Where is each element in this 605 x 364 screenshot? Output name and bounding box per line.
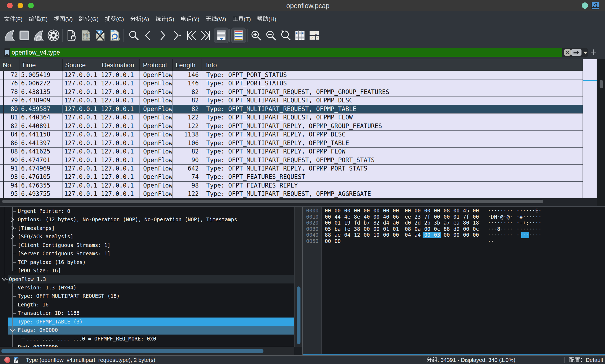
- detail-row-9[interactable]: Version: 1.3 (0x04): [0, 283, 294, 292]
- packet-row-80[interactable]: 806.439587127.0.0.1127.0.0.1OpenFlow82Ty…: [0, 105, 583, 113]
- expert-info-button[interactable]: [4, 357, 10, 363]
- last-packet-button[interactable]: [199, 28, 213, 43]
- detail-row-12[interactable]: Transaction ID: 1188: [0, 309, 294, 317]
- packet-row-84[interactable]: 846.441158127.0.0.1127.0.0.1OpenFlow1138…: [0, 130, 583, 139]
- detail-row-3[interactable]: [SEQ/ACK analysis]: [0, 232, 294, 241]
- menu-item-4[interactable]: (C): [102, 14, 127, 25]
- detail-vertical-scrollbar[interactable]: [294, 207, 302, 347]
- menu-item-8[interactable]: (W): [202, 14, 229, 25]
- next-packet-button[interactable]: [155, 28, 170, 43]
- detail-hscroll-thumb[interactable]: [1, 349, 263, 353]
- colorize-button[interactable]: [231, 28, 246, 43]
- hex-row-0010[interactable]: 001000444e8e40004006ee237f0000017f00·DN·…: [303, 214, 605, 220]
- open-file-button[interactable]: [64, 28, 79, 43]
- save-file-button[interactable]: [79, 28, 93, 43]
- stop-capture-button[interactable]: [17, 28, 32, 43]
- packet-bytes-pane[interactable]: 000000000000000000000000000008004500····…: [303, 207, 605, 355]
- capture-options-button[interactable]: [46, 28, 61, 43]
- packet-row-76[interactable]: 766.006272127.0.0.1127.0.0.1OpenFlow146T…: [0, 79, 583, 88]
- hex-row-0050[interactable]: 00500000··: [303, 238, 605, 244]
- detail-row-2[interactable]: [Timestamps]: [0, 224, 294, 232]
- detail-row-8[interactable]: OpenFlow 1.3: [0, 275, 294, 283]
- menu-item-2[interactable]: (V): [51, 14, 76, 25]
- packet-row-82[interactable]: 826.440891127.0.0.1127.0.0.1OpenFlow122T…: [0, 122, 583, 130]
- packet-row-95[interactable]: 956.493755127.0.0.1127.0.0.1OpenFlow122T…: [0, 190, 583, 198]
- column-header-src[interactable]: Source: [63, 59, 99, 71]
- detail-row-10[interactable]: Type: OFPT_MULTIPART_REQUEST (18): [0, 292, 294, 300]
- packet-list-vertical-scrollbar[interactable]: [597, 59, 605, 207]
- detail-row-5[interactable]: [Server Contiguous Streams: 1]: [0, 249, 294, 258]
- clear-filter-button[interactable]: [564, 49, 571, 56]
- column-header-proto[interactable]: Protocol: [140, 59, 173, 71]
- packet-row-81[interactable]: 816.440364127.0.0.1127.0.0.1OpenFlow122T…: [0, 113, 583, 122]
- menu-item-9[interactable]: (T): [229, 14, 254, 25]
- restart-capture-button[interactable]: [31, 28, 46, 43]
- packet-row-93[interactable]: 936.476105127.0.0.1127.0.0.1OpenFlow74Ty…: [0, 173, 583, 181]
- packet-row-72[interactable]: 725.005419127.0.0.1127.0.0.1OpenFlow146T…: [0, 71, 583, 79]
- close-file-button[interactable]: [93, 28, 108, 43]
- detail-row-1[interactable]: Options: (12 bytes), No-Operation (NOP),…: [0, 215, 294, 224]
- zoom-in-button[interactable]: [249, 28, 263, 43]
- detail-row-15[interactable]: .... .... .... ...0 = OFPMPF_REQ_MORE: 0…: [0, 335, 294, 343]
- zoom-out-button[interactable]: [264, 28, 278, 43]
- chevron-down-icon[interactable]: [9, 327, 15, 333]
- zoom-reset-button[interactable]: [278, 28, 293, 43]
- menu-item-3[interactable]: (G): [76, 14, 102, 25]
- layout-123-button[interactable]: [307, 28, 322, 43]
- detail-row-16[interactable]: Pad: 00000000: [0, 343, 294, 347]
- find-packet-button[interactable]: [126, 28, 141, 43]
- detail-row-6[interactable]: TCP payload (16 bytes): [0, 258, 294, 266]
- filter-valid-field[interactable]: openflow_v4.type: [10, 48, 562, 57]
- packet-row-79[interactable]: 796.438909127.0.0.1127.0.0.1OpenFlow82Ty…: [0, 96, 583, 105]
- packet-list-vscroll-thumb[interactable]: [600, 80, 603, 88]
- packet-row-90[interactable]: 906.474701127.0.0.1127.0.0.1OpenFlow90Ty…: [0, 156, 583, 164]
- menu-item-6[interactable]: (S): [152, 14, 177, 25]
- menu-item-1[interactable]: (E): [26, 14, 51, 25]
- titlebar[interactable]: openflow.pcap: [0, 0, 605, 11]
- first-packet-button[interactable]: [184, 28, 198, 43]
- filter-bookmark-button[interactable]: [4, 48, 10, 57]
- reload-file-button[interactable]: [107, 28, 122, 43]
- status-profile[interactable]: Default: [569, 356, 603, 364]
- packet-row-91[interactable]: 916.474969127.0.0.1127.0.0.1OpenFlow642T…: [0, 164, 583, 173]
- hex-row-0020[interactable]: 0020000119fdb782d4a0d02d2b3ba7ea8018····…: [303, 220, 605, 226]
- hex-row-0040[interactable]: 004088ae04120010000004a4000300000000····…: [303, 232, 605, 238]
- column-header-time[interactable]: Time: [19, 59, 63, 71]
- menu-item-7[interactable]: (Y): [177, 14, 202, 25]
- packet-row-86[interactable]: 866.441397127.0.0.1127.0.0.1OpenFlow106T…: [0, 139, 583, 147]
- hex-row-0000[interactable]: 000000000000000000000000000008004500····…: [303, 208, 605, 214]
- resize-columns-button[interactable]: [293, 28, 307, 43]
- packet-list-scroll-minimap[interactable]: [583, 59, 597, 204]
- apply-filter-button[interactable]: [571, 49, 581, 56]
- capture-comment-icon[interactable]: [14, 357, 20, 363]
- detail-row-14[interactable]: Flags: 0x0000: [0, 326, 294, 334]
- hex-row-0030[interactable]: 003005bafe3800000101080a000c88d9000c···8…: [303, 226, 605, 232]
- chevron-right-icon[interactable]: [9, 217, 15, 223]
- detail-row-7[interactable]: [PDU Size: 16]: [0, 266, 294, 275]
- start-capture-button[interactable]: [2, 28, 17, 43]
- detail-row-0[interactable]: Urgent Pointer: 0: [0, 207, 294, 215]
- packet-row-88[interactable]: 886.441625127.0.0.1127.0.0.1OpenFlow82Ty…: [0, 147, 583, 156]
- filter-dropdown-caret[interactable]: [583, 52, 587, 54]
- detail-row-13[interactable]: Type: OFPMP_TABLE (3): [0, 318, 294, 326]
- menu-item-5[interactable]: (A): [127, 14, 152, 25]
- auto-scroll-button[interactable]: [214, 28, 229, 43]
- packet-row-78[interactable]: 786.438135127.0.0.1127.0.0.1OpenFlow82Ty…: [0, 88, 583, 96]
- add-filter-button[interactable]: [590, 49, 597, 55]
- packet-list-header[interactable]: No.TimeSourceDestinationProtocolLengthIn…: [0, 59, 583, 71]
- packet-row-94[interactable]: 946.476355127.0.0.1127.0.0.1OpenFlow98Ty…: [0, 181, 583, 190]
- go-to-packet-button[interactable]: [169, 28, 184, 43]
- previous-packet-button[interactable]: [141, 28, 155, 43]
- chevron-right-icon[interactable]: [9, 225, 15, 231]
- column-header-dst[interactable]: Destination: [99, 59, 140, 71]
- display-filter-input[interactable]: openflow_v4.type: [4, 48, 588, 57]
- chevron-down-icon[interactable]: [1, 276, 7, 282]
- menu-item-0[interactable]: (F): [1, 14, 26, 25]
- packet-list-horizontal-scrollbar[interactable]: [0, 198, 597, 207]
- column-header-len[interactable]: Length: [173, 59, 202, 71]
- detail-vscroll-thumb[interactable]: [297, 286, 300, 344]
- packet-list-hscroll-thumb[interactable]: [2, 200, 543, 203]
- column-header-no[interactable]: No.: [0, 59, 19, 71]
- column-header-info[interactable]: Info: [202, 59, 583, 71]
- chevron-right-icon[interactable]: [9, 234, 15, 240]
